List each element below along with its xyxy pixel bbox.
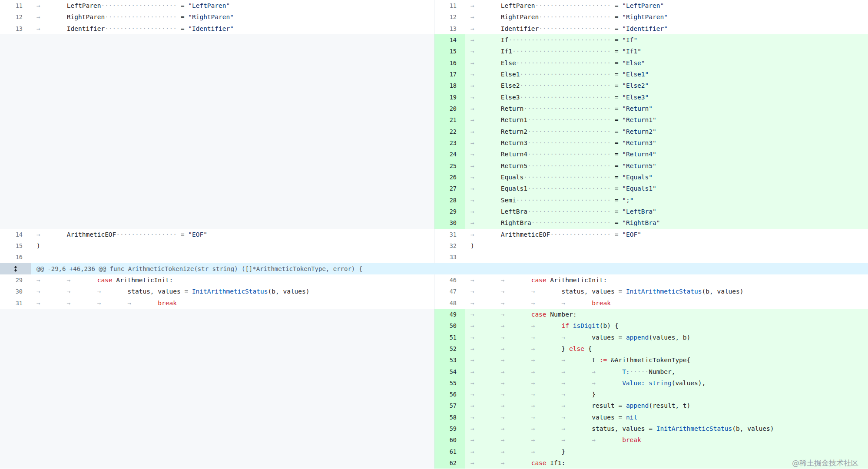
right-line-number[interactable]: 26 [434,172,465,183]
tab-whitespace-marker: → [501,354,531,366]
code-token: Return2 [501,128,527,135]
right-line-number[interactable]: 62 [434,457,465,469]
code-token: ArithmeticInit: [113,277,173,284]
left-code-cell: →ArithmeticEOF················ = "EOF" [31,229,434,240]
right-line-number[interactable]: 54 [434,366,465,377]
diff-row: 50→→→if isDigit(b) { [0,320,868,331]
right-line-number[interactable]: 20 [434,103,465,114]
diff-row: 27→Equals1······················ = "Equa… [0,183,868,194]
space-whitespace-marker: ··················· [105,13,177,20]
right-line-number[interactable]: 30 [434,217,465,228]
tab-whitespace-marker: → [470,34,501,46]
code-token: case [97,277,113,284]
left-code-cell: ) [31,240,434,251]
left-code-cell: →→→→break [31,297,434,309]
left-code-cell [31,423,434,434]
tab-whitespace-marker: → [97,286,128,297]
right-line-number[interactable]: 16 [434,57,465,69]
tab-whitespace-marker: → [470,309,501,320]
code-token: "EOF" [188,231,207,238]
tab-whitespace-marker: → [501,274,531,286]
left-code-cell [31,183,434,194]
left-line-number [0,160,31,172]
tab-whitespace-marker: → [501,389,531,400]
tab-whitespace-marker: → [592,434,622,446]
right-code-cell: →LeftBra······················ = "LeftBr… [465,206,868,217]
right-line-number[interactable]: 60 [434,434,465,446]
code-token: "Return1" [622,116,656,123]
right-line-number[interactable]: 17 [434,69,465,80]
tab-whitespace-marker: → [67,297,97,309]
right-line-number[interactable]: 25 [434,160,465,172]
right-line-number[interactable]: 13 [434,23,465,34]
code-token: = [611,105,622,112]
right-line-number[interactable]: 21 [434,114,465,126]
right-line-number[interactable]: 49 [434,309,465,320]
right-line-number[interactable]: 57 [434,400,465,411]
right-line-number[interactable]: 14 [434,34,465,46]
right-code-cell: →Return2······················ = "Return… [465,126,868,137]
right-line-number[interactable]: 56 [434,389,465,400]
expand-hunk-button[interactable] [0,263,31,274]
right-line-number[interactable]: 19 [434,92,465,103]
code-token [645,380,649,386]
left-line-number[interactable]: 15 [0,240,31,251]
right-line-number[interactable]: 12 [434,11,465,23]
diff-row: 17→Else1························ = "Else… [0,69,868,80]
right-line-number[interactable]: 33 [434,251,465,263]
right-line-number[interactable]: 59 [434,423,465,434]
right-line-number[interactable]: 24 [434,149,465,160]
left-code-cell [31,434,434,446]
right-code-cell: →→→→→break [465,434,868,446]
code-token: Return1 [501,116,527,123]
code-token: LeftParen [67,2,101,9]
tab-whitespace-marker: → [470,57,501,69]
left-line-number[interactable]: 14 [0,229,31,240]
right-line-number[interactable]: 50 [434,320,465,331]
right-line-number[interactable]: 51 [434,332,465,343]
left-code-cell [31,400,434,411]
right-line-number[interactable]: 29 [434,206,465,217]
left-code-cell [31,251,434,263]
code-token: append [626,402,649,409]
right-line-number[interactable]: 32 [434,240,465,251]
right-line-number[interactable]: 46 [434,274,465,286]
right-line-number[interactable]: 47 [434,286,465,297]
right-line-number[interactable]: 28 [434,195,465,206]
code-token: = [611,48,622,55]
diff-row: 19→Else3························ = "Else… [0,92,868,103]
diff-row: 62→→case If1: [0,457,868,469]
code-token: values = [592,334,626,341]
space-whitespace-marker: ······················ [527,185,611,192]
right-line-number[interactable]: 18 [434,80,465,91]
code-token: ArithmeticEOF [67,231,116,238]
code-token: (b, values) [268,288,310,295]
tab-whitespace-marker: → [36,286,67,297]
right-line-number[interactable]: 31 [434,229,465,240]
left-line-number[interactable]: 11 [0,0,31,11]
left-line-number[interactable]: 31 [0,297,31,309]
right-line-number[interactable]: 15 [434,46,465,57]
right-line-number[interactable]: 53 [434,354,465,366]
code-token: = [611,174,622,181]
left-line-number[interactable]: 12 [0,11,31,23]
left-line-number[interactable]: 29 [0,274,31,286]
left-line-number [0,446,31,457]
code-token: "RightBra" [622,219,660,226]
left-line-number[interactable]: 13 [0,23,31,34]
right-line-number[interactable]: 11 [434,0,465,11]
right-line-number[interactable]: 23 [434,137,465,149]
right-line-number[interactable]: 61 [434,446,465,457]
left-line-number[interactable]: 30 [0,286,31,297]
right-code-cell: →RightBra····················· = "RightB… [465,217,868,228]
right-line-number[interactable]: 27 [434,183,465,194]
right-line-number[interactable]: 48 [434,297,465,309]
right-line-number[interactable]: 58 [434,412,465,423]
right-line-number[interactable]: 22 [434,126,465,137]
right-line-number[interactable]: 55 [434,377,465,389]
left-line-number[interactable]: 16 [0,251,31,263]
right-line-number[interactable]: 52 [434,343,465,354]
code-token: Identifier [501,25,539,32]
tab-whitespace-marker: → [470,320,501,331]
left-line-number [0,195,31,206]
